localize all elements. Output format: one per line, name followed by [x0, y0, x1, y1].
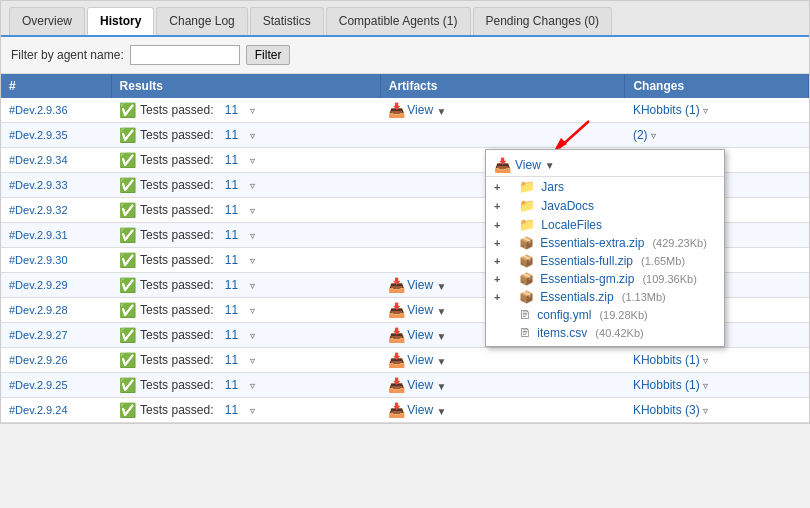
artifacts-dropdown-arrow[interactable]: ▼: [436, 381, 446, 392]
tab-pending-changes[interactable]: Pending Changes (0): [473, 7, 612, 35]
expand-icon: [494, 327, 504, 339]
build-link[interactable]: #Dev.2.9.24: [9, 404, 68, 416]
build-link[interactable]: #Dev.2.9.32: [9, 204, 68, 216]
result-cell: ✅Tests passed: 11 ▿: [111, 398, 380, 423]
artifacts-dropdown-arrow[interactable]: ▼: [436, 331, 446, 342]
changes-link[interactable]: KHobbits (1): [633, 378, 700, 392]
changes-filter-arrow[interactable]: ▿: [703, 405, 708, 416]
view-button[interactable]: 📥 View: [388, 377, 433, 393]
artifacts-dropdown-arrow[interactable]: ▼: [436, 356, 446, 367]
changes-filter-arrow[interactable]: ▿: [703, 380, 708, 391]
dropdown-item[interactable]: + 📦Essentials-gm.zip(109.36Kb): [486, 270, 724, 288]
pass-icon: ✅: [119, 352, 136, 368]
result-filter-arrow[interactable]: ▿: [250, 105, 255, 116]
tab-changelog[interactable]: Change Log: [156, 7, 247, 35]
dropdown-toggle-arrow[interactable]: ▼: [545, 160, 555, 171]
file-size: (19.28Kb): [599, 309, 647, 321]
dropdown-item[interactable]: 🖹items.csv(40.42Kb): [486, 324, 724, 342]
build-link[interactable]: #Dev.2.9.35: [9, 129, 68, 141]
file-size: (1.65Mb): [641, 255, 685, 267]
dropdown-item[interactable]: + 📦Essentials.zip(1.13Mb): [486, 288, 724, 306]
item-name: config.yml: [537, 308, 591, 322]
view-download-icon: 📥: [388, 377, 405, 393]
result-filter-arrow[interactable]: ▿: [250, 380, 255, 391]
artifacts-dropdown-arrow[interactable]: ▼: [436, 306, 446, 317]
artifacts-cell: [380, 123, 625, 148]
view-download-icon: 📥: [388, 327, 405, 343]
changes-filter-arrow[interactable]: ▿: [651, 130, 656, 141]
result-cell: ✅Tests passed: 11 ▿: [111, 298, 380, 323]
result-filter-arrow[interactable]: ▿: [250, 155, 255, 166]
build-number: #Dev.2.9.30: [1, 248, 111, 273]
view-button[interactable]: 📥 View: [388, 302, 433, 318]
view-download-icon: 📥: [388, 302, 405, 318]
changes-link[interactable]: (2): [633, 128, 648, 142]
result-filter-arrow[interactable]: ▿: [250, 305, 255, 316]
expand-icon: [494, 309, 504, 321]
changes-link[interactable]: KHobbits (3): [633, 403, 700, 417]
tab-overview[interactable]: Overview: [9, 7, 85, 35]
result-text: Tests passed:: [140, 378, 213, 392]
dropdown-item[interactable]: + 📁LocaleFiles: [486, 215, 724, 234]
pass-icon: ✅: [119, 227, 136, 243]
changes-link[interactable]: KHobbits (1): [633, 353, 700, 367]
view-button[interactable]: 📥 View: [388, 352, 433, 368]
changes-link[interactable]: KHobbits (1): [633, 103, 700, 117]
result-filter-arrow[interactable]: ▿: [250, 255, 255, 266]
result-filter-arrow[interactable]: ▿: [250, 230, 255, 241]
changes-cell: KHobbits (3) ▿: [625, 398, 809, 423]
dropdown-item[interactable]: + 📦Essentials-extra.zip(429.23Kb): [486, 234, 724, 252]
view-download-icon: 📥: [388, 277, 405, 293]
result-text: Tests passed:: [140, 153, 213, 167]
result-filter-arrow[interactable]: ▿: [250, 355, 255, 366]
tab-history[interactable]: History: [87, 7, 154, 35]
item-name: Essentials.zip: [540, 290, 613, 304]
result-cell: ✅Tests passed: 11 ▿: [111, 248, 380, 273]
result-filter-arrow[interactable]: ▿: [250, 205, 255, 216]
changes-cell: KHobbits (1) ▿: [625, 348, 809, 373]
item-name: LocaleFiles: [541, 218, 602, 232]
build-link[interactable]: #Dev.2.9.27: [9, 329, 68, 341]
view-button[interactable]: 📥 View: [388, 327, 433, 343]
result-cell: ✅Tests passed: 11 ▿: [111, 123, 380, 148]
tab-compatible-agents[interactable]: Compatible Agents (1): [326, 7, 471, 35]
artifacts-cell: 📥 View ▼: [380, 98, 625, 123]
zip-icon: 📦: [519, 254, 534, 268]
artifacts-dropdown-arrow[interactable]: ▼: [436, 406, 446, 417]
changes-cell: KHobbits (1) ▿: [625, 373, 809, 398]
result-text: Tests passed:: [140, 253, 213, 267]
pass-icon: ✅: [119, 152, 136, 168]
build-link[interactable]: #Dev.2.9.26: [9, 354, 68, 366]
result-filter-arrow[interactable]: ▿: [250, 130, 255, 141]
artifacts-dropdown-arrow[interactable]: ▼: [436, 281, 446, 292]
artifacts-dropdown-arrow[interactable]: ▼: [436, 106, 446, 117]
build-link[interactable]: #Dev.2.9.33: [9, 179, 68, 191]
changes-filter-arrow[interactable]: ▿: [703, 355, 708, 366]
build-link[interactable]: #Dev.2.9.34: [9, 154, 68, 166]
dropdown-item[interactable]: + 📦Essentials-full.zip(1.65Mb): [486, 252, 724, 270]
result-filter-arrow[interactable]: ▿: [250, 180, 255, 191]
dropdown-item[interactable]: 🖹config.yml(19.28Kb): [486, 306, 724, 324]
view-button[interactable]: 📥 View: [388, 402, 433, 418]
build-link[interactable]: #Dev.2.9.25: [9, 379, 68, 391]
filter-input[interactable]: [130, 45, 240, 65]
build-link[interactable]: #Dev.2.9.30: [9, 254, 68, 266]
dropdown-item[interactable]: + 📁Jars: [486, 177, 724, 196]
result-filter-arrow[interactable]: ▿: [250, 280, 255, 291]
build-link[interactable]: #Dev.2.9.31: [9, 229, 68, 241]
result-filter-arrow[interactable]: ▿: [250, 330, 255, 341]
table-row: #Dev.2.9.25✅Tests passed: 11 ▿📥 View ▼KH…: [1, 373, 809, 398]
dropdown-view-label[interactable]: View: [515, 158, 541, 172]
view-button[interactable]: 📥 View: [388, 277, 433, 293]
changes-filter-arrow[interactable]: ▿: [703, 105, 708, 116]
filter-button[interactable]: Filter: [246, 45, 291, 65]
result-count: 11: [225, 178, 238, 192]
build-link[interactable]: #Dev.2.9.28: [9, 304, 68, 316]
view-button[interactable]: 📥 View: [388, 102, 433, 118]
dropdown-item[interactable]: + 📁JavaDocs: [486, 196, 724, 215]
result-filter-arrow[interactable]: ▿: [250, 405, 255, 416]
result-text: Tests passed:: [140, 278, 213, 292]
build-link[interactable]: #Dev.2.9.29: [9, 279, 68, 291]
tab-statistics[interactable]: Statistics: [250, 7, 324, 35]
build-link[interactable]: #Dev.2.9.36: [9, 104, 68, 116]
